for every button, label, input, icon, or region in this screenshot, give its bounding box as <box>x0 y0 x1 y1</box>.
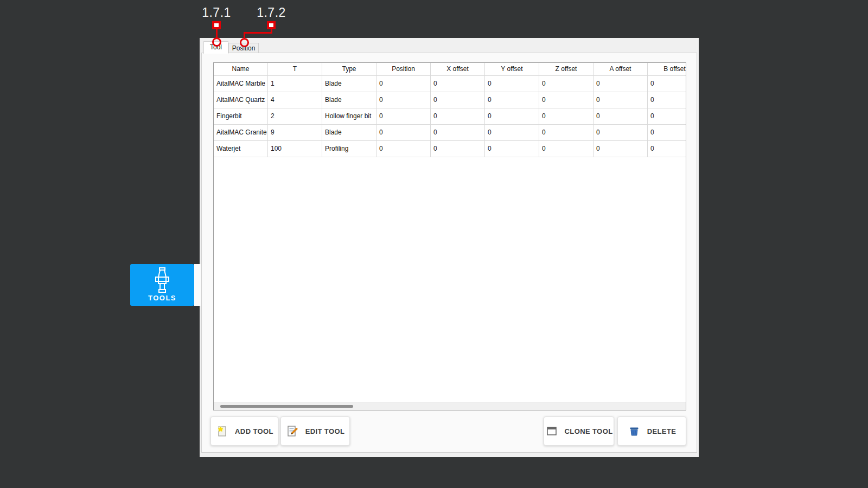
trash-icon <box>628 425 641 438</box>
table-cell[interactable]: AitalMAC Quartz <box>214 92 268 108</box>
table-cell[interactable]: 0 <box>648 141 686 157</box>
table-body: AitalMAC Marble1Blade000000AitalMAC Quar… <box>214 76 686 157</box>
tools-table: NameTTypePositionX offsetY offsetZ offse… <box>213 62 686 410</box>
table-cell[interactable]: Fingerbit <box>214 108 268 124</box>
new-document-star-icon <box>215 425 228 438</box>
scrollbar-thumb[interactable] <box>220 405 353 408</box>
column-header-a-offset[interactable]: A offset <box>593 63 648 75</box>
table-cell[interactable]: 0 <box>485 141 539 157</box>
table-cell[interactable]: 0 <box>431 125 485 140</box>
column-header-b-offset[interactable]: B offset <box>648 63 686 75</box>
table-row[interactable]: AitalMAC Quartz4Blade000000 <box>214 92 686 108</box>
table-cell[interactable]: 2 <box>268 108 322 124</box>
horizontal-scrollbar[interactable] <box>214 402 686 410</box>
table-cell[interactable]: 0 <box>431 108 485 124</box>
table-row[interactable]: AitalMAC Granite9Blade000000 <box>214 125 686 141</box>
table-cell[interactable]: 0 <box>593 76 648 92</box>
clone-tool-label: CLONE TOOL <box>565 427 613 435</box>
screen: 1.7.1 1.7.2 Tool Position NameTTypePosit… <box>0 0 868 488</box>
table-cell[interactable]: 0 <box>376 108 431 124</box>
tools-button-label: TOOLS <box>130 294 194 302</box>
table-cell[interactable]: 0 <box>648 92 686 108</box>
column-header-t[interactable]: T <box>268 63 322 75</box>
column-header-position[interactable]: Position <box>376 63 431 75</box>
column-header-z-offset[interactable]: Z offset <box>539 63 593 75</box>
table-cell[interactable]: Blade <box>322 76 376 92</box>
edit-document-pencil-icon <box>286 425 299 438</box>
table-cell[interactable]: Hollow finger bit <box>322 108 376 124</box>
column-header-type[interactable]: Type <box>322 63 376 75</box>
table-cell[interactable]: 1 <box>268 76 322 92</box>
edit-tool-label: EDIT TOOL <box>305 427 345 435</box>
table-cell[interactable]: 0 <box>593 125 648 140</box>
table-cell[interactable]: 0 <box>593 141 648 157</box>
table-cell[interactable]: 0 <box>539 125 593 140</box>
table-cell[interactable]: 0 <box>485 92 539 108</box>
table-cell[interactable]: Profiling <box>322 141 376 157</box>
table-cell[interactable]: 0 <box>593 92 648 108</box>
tools-button-bridge <box>194 264 201 306</box>
table-cell[interactable]: 0 <box>539 141 593 157</box>
table-cell[interactable]: 0 <box>376 76 431 92</box>
delete-button[interactable]: DELETE <box>617 416 686 446</box>
cnc-tool-holder-icon <box>152 267 173 293</box>
table-cell[interactable]: 0 <box>485 108 539 124</box>
annotation-square-1 <box>212 21 221 29</box>
table-cell[interactable]: 0 <box>376 92 431 108</box>
clone-tool-button[interactable]: CLONE TOOL <box>544 416 614 446</box>
annotation-label-2: 1.7.2 <box>250 5 293 20</box>
table-cell[interactable]: 4 <box>268 92 322 108</box>
annotation-square-2 <box>267 21 276 29</box>
clone-window-icon <box>545 425 558 438</box>
table-row[interactable]: AitalMAC Marble1Blade000000 <box>214 76 686 92</box>
table-cell[interactable]: 100 <box>268 141 322 157</box>
table-cell[interactable]: Blade <box>322 125 376 140</box>
column-header-name[interactable]: Name <box>214 63 268 75</box>
table-cell[interactable]: 0 <box>431 92 485 108</box>
column-header-x-offset[interactable]: X offset <box>431 63 485 75</box>
table-cell[interactable]: 0 <box>593 108 648 124</box>
table-row[interactable]: Fingerbit2Hollow finger bit000000 <box>214 108 686 125</box>
add-tool-button[interactable]: ADD TOOL <box>210 416 278 446</box>
table-cell[interactable]: AitalMAC Granite <box>214 125 268 140</box>
table-cell[interactable]: 0 <box>648 108 686 124</box>
table-cell[interactable]: 0 <box>539 76 593 92</box>
table-cell[interactable]: 0 <box>485 125 539 140</box>
table-cell[interactable]: 0 <box>431 76 485 92</box>
table-cell[interactable]: AitalMAC Marble <box>214 76 268 92</box>
table-cell[interactable]: Blade <box>322 92 376 108</box>
annotation-label-1: 1.7.1 <box>195 5 238 20</box>
annotation-connector-2b <box>244 32 272 34</box>
table-cell[interactable]: 0 <box>539 92 593 108</box>
table-cell[interactable]: 9 <box>268 125 322 140</box>
table-cell[interactable]: 0 <box>376 125 431 140</box>
table-cell[interactable]: 0 <box>376 141 431 157</box>
annotation-circle-2 <box>240 38 249 47</box>
add-tool-label: ADD TOOL <box>235 427 273 435</box>
edit-tool-button[interactable]: EDIT TOOL <box>280 416 350 446</box>
table-cell[interactable]: 0 <box>539 108 593 124</box>
column-header-y-offset[interactable]: Y offset <box>485 63 539 75</box>
table-row[interactable]: Waterjet100Profiling000000 <box>214 141 686 157</box>
table-header-row: NameTTypePositionX offsetY offsetZ offse… <box>214 63 686 76</box>
tools-sidebar-button[interactable]: TOOLS <box>130 264 194 306</box>
table-cell[interactable]: 0 <box>431 141 485 157</box>
table-cell[interactable]: 0 <box>485 76 539 92</box>
table-cell[interactable]: Waterjet <box>214 141 268 157</box>
table-cell[interactable]: 0 <box>648 125 686 140</box>
annotation-circle-1 <box>212 37 221 47</box>
delete-label: DELETE <box>647 427 676 435</box>
table-cell[interactable]: 0 <box>648 76 686 92</box>
